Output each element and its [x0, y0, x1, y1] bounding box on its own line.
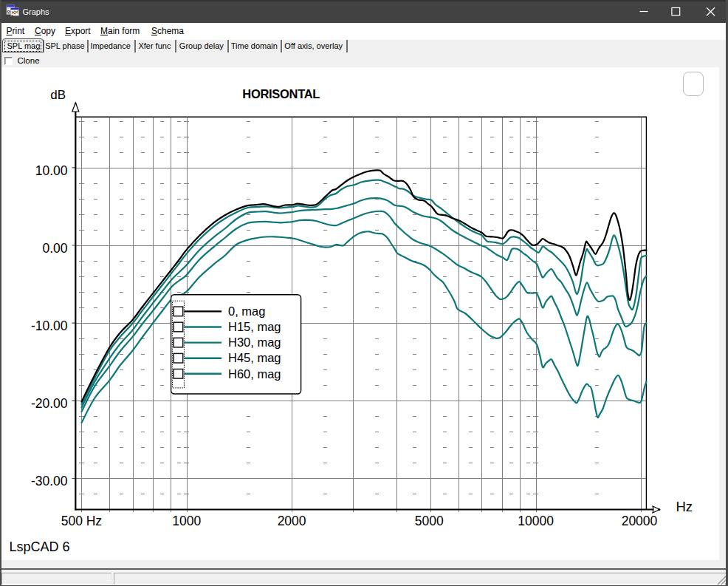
svg-text:-20.00: -20.00	[31, 396, 68, 411]
svg-text:-10.00: -10.00	[31, 318, 68, 333]
svg-text:1000: 1000	[172, 514, 201, 528]
svg-text:20000: 20000	[622, 514, 658, 528]
svg-text:0, mag: 0, mag	[228, 304, 265, 318]
svg-text:H15, mag: H15, mag	[228, 320, 281, 333]
svg-text:500 Hz: 500 Hz	[61, 514, 102, 528]
svg-text:H60, mag: H60, mag	[228, 367, 281, 381]
svg-text:0.00: 0.00	[42, 241, 67, 256]
svg-text:-30.00: -30.00	[31, 474, 68, 488]
svg-text:2000: 2000	[278, 514, 306, 528]
svg-text:dB: dB	[50, 88, 66, 102]
svg-text:10.00: 10.00	[35, 163, 68, 178]
svg-text:HORISONTAL: HORISONTAL	[242, 87, 320, 100]
svg-text:H45, mag: H45, mag	[228, 351, 281, 364]
svg-text:Hz: Hz	[676, 499, 693, 514]
svg-text:H30, mag: H30, mag	[228, 335, 281, 349]
svg-text:5000: 5000	[415, 514, 444, 528]
svg-text:10000: 10000	[518, 514, 554, 528]
